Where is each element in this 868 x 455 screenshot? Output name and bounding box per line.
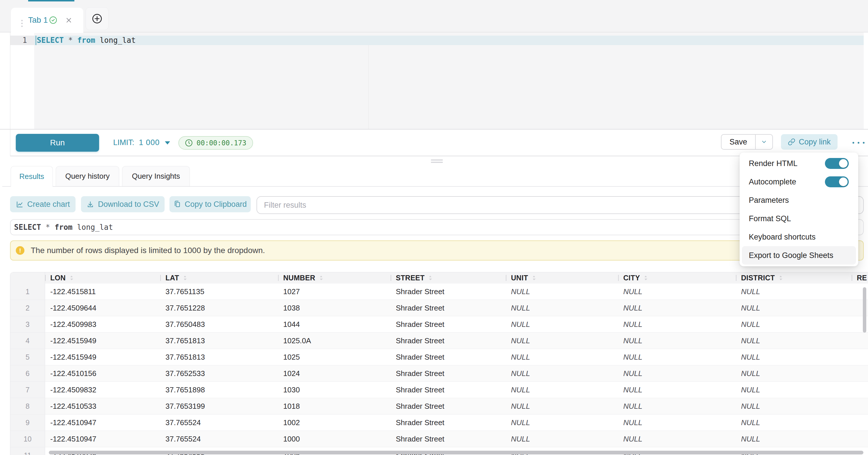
close-tab-icon[interactable] [65, 17, 72, 24]
table-cell[interactable]: 37.7653199 [160, 398, 278, 414]
table-cell[interactable]: NULL [618, 398, 736, 414]
table-cell[interactable]: 37.7651813 [160, 333, 278, 349]
table-cell[interactable] [851, 431, 868, 447]
copy-link-button[interactable]: Copy link [781, 134, 838, 150]
table-cell[interactable]: NULL [736, 333, 851, 349]
table-cell[interactable]: -122.4510156 [45, 365, 160, 382]
table-cell[interactable]: 1018 [278, 398, 391, 414]
table-cell[interactable]: -122.4510533 [45, 398, 160, 414]
table-cell[interactable]: -122.4510947 [45, 415, 160, 431]
column-header-re[interactable]: RE [851, 272, 868, 283]
table-cell[interactable]: NULL [618, 333, 736, 349]
table-cell[interactable]: NULL [506, 349, 618, 365]
column-header-lat[interactable]: LAT [160, 272, 278, 283]
save-button[interactable]: Save [721, 135, 755, 149]
table-cell[interactable] [851, 382, 868, 398]
table-cell[interactable]: Shrader Street [391, 283, 506, 300]
table-cell[interactable]: -122.4515949 [45, 333, 160, 349]
table-cell[interactable]: NULL [618, 382, 736, 398]
sql-editor[interactable]: 1 SELECT * from long_lat [10, 32, 868, 129]
table-cell[interactable]: -122.4509983 [45, 316, 160, 332]
tab-query-history[interactable]: Query history [56, 166, 119, 186]
table-cell[interactable]: Shrader Street [391, 300, 506, 316]
table-cell[interactable]: NULL [618, 431, 736, 447]
vertical-scrollbar[interactable] [863, 287, 866, 333]
table-cell[interactable]: 37.7651228 [160, 300, 278, 316]
table-cell[interactable]: 37.7651813 [160, 349, 278, 365]
menu-item[interactable]: Parameters [742, 191, 856, 209]
horizontal-scrollbar[interactable] [49, 451, 863, 454]
column-header-street[interactable]: STREET [391, 272, 506, 283]
table-cell[interactable]: 37.7652533 [160, 365, 278, 382]
menu-item[interactable]: Autocomplete [742, 173, 856, 191]
save-options-button[interactable] [756, 135, 772, 149]
table-cell[interactable]: NULL [506, 398, 618, 414]
table-cell[interactable]: Shrader Street [391, 398, 506, 414]
table-cell[interactable]: -122.4509644 [45, 300, 160, 316]
run-button[interactable]: Run [16, 134, 99, 152]
table-cell[interactable]: NULL [618, 283, 736, 300]
toggle-on[interactable] [825, 176, 849, 187]
table-cell[interactable]: NULL [506, 300, 618, 316]
table-cell[interactable]: 1025 [278, 349, 391, 365]
column-header-district[interactable]: DISTRICT [736, 272, 851, 283]
table-cell[interactable]: NULL [618, 365, 736, 382]
table-cell[interactable]: NULL [736, 283, 851, 300]
table-cell[interactable]: NULL [736, 365, 851, 382]
table-cell[interactable] [851, 333, 868, 349]
table-cell[interactable]: NULL [736, 431, 851, 447]
table-cell[interactable]: NULL [506, 415, 618, 431]
table-cell[interactable]: NULL [736, 398, 851, 414]
table-cell[interactable]: NULL [736, 300, 851, 316]
table-cell[interactable]: Shrader Street [391, 382, 506, 398]
table-cell[interactable]: 1025.0A [278, 333, 391, 349]
table-cell[interactable]: NULL [506, 333, 618, 349]
table-cell[interactable]: 1000 [278, 431, 391, 447]
table-cell[interactable]: NULL [618, 415, 736, 431]
table-cell[interactable]: 37.7650483 [160, 316, 278, 332]
table-cell[interactable]: NULL [506, 382, 618, 398]
table-cell[interactable]: NULL [506, 431, 618, 447]
table-cell[interactable]: -122.4510947 [45, 431, 160, 447]
table-cell[interactable]: 1038 [278, 300, 391, 316]
table-cell[interactable]: Shrader Street [391, 316, 506, 332]
table-cell[interactable]: 1002 [278, 415, 391, 431]
table-cell[interactable]: 37.7651898 [160, 382, 278, 398]
table-cell[interactable]: Shrader Street [391, 333, 506, 349]
copy-clipboard-button[interactable]: Copy to Clipboard [169, 196, 251, 212]
column-header-unit[interactable]: UNIT [506, 272, 618, 283]
download-csv-button[interactable]: Download to CSV [81, 196, 164, 212]
limit-dropdown[interactable]: LIMIT: 1 000 [113, 129, 170, 156]
table-cell[interactable]: 1024 [278, 365, 391, 382]
new-tab-button[interactable] [86, 7, 108, 30]
create-chart-button[interactable]: Create chart [10, 196, 75, 212]
table-cell[interactable]: NULL [618, 349, 736, 365]
table-cell[interactable] [851, 415, 868, 431]
tab-results[interactable]: Results [11, 166, 53, 187]
table-cell[interactable]: Shrader Street [391, 431, 506, 447]
table-cell[interactable]: -122.4515811 [45, 283, 160, 300]
table-cell[interactable]: 37.7651135 [160, 283, 278, 300]
table-cell[interactable] [851, 398, 868, 414]
menu-item[interactable]: Keyboard shortcuts [742, 228, 856, 246]
column-header-number[interactable]: NUMBER [278, 272, 391, 283]
more-options-button[interactable] [847, 129, 868, 156]
table-cell[interactable]: NULL [506, 316, 618, 332]
table-cell[interactable]: NULL [618, 316, 736, 332]
table-cell[interactable]: NULL [736, 382, 851, 398]
table-cell[interactable]: Shrader Street [391, 349, 506, 365]
toggle-on[interactable] [825, 158, 849, 169]
table-cell[interactable]: -122.4515949 [45, 349, 160, 365]
column-header-lon[interactable]: LON [45, 272, 160, 283]
table-cell[interactable] [851, 365, 868, 382]
table-cell[interactable]: 37.765524 [160, 431, 278, 447]
table-cell[interactable]: NULL [736, 316, 851, 332]
tab-drag-handle-icon[interactable] [21, 20, 23, 27]
table-cell[interactable]: NULL [506, 365, 618, 382]
table-cell[interactable]: 1044 [278, 316, 391, 332]
table-cell[interactable]: NULL [506, 283, 618, 300]
menu-item[interactable]: Export to Google Sheets [742, 246, 856, 265]
table-cell[interactable]: Shrader Street [391, 365, 506, 382]
tab-active[interactable]: Tab 1 [11, 8, 83, 33]
table-cell[interactable]: NULL [736, 349, 851, 365]
